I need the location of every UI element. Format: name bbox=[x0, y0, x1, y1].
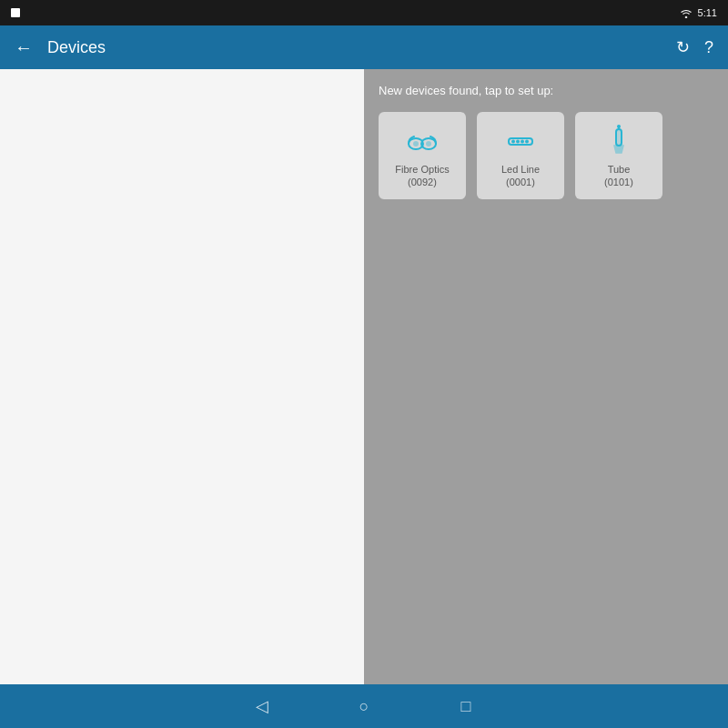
header-left: ← Devices bbox=[15, 37, 106, 58]
svg-marker-12 bbox=[614, 146, 623, 153]
svg-point-6 bbox=[511, 139, 515, 143]
page-title: Devices bbox=[47, 38, 106, 57]
svg-rect-11 bbox=[616, 129, 622, 146]
refresh-button[interactable]: ↻ bbox=[676, 37, 690, 57]
time-display: 5:11 bbox=[698, 7, 717, 18]
help-button[interactable]: ? bbox=[704, 38, 713, 57]
fibre-optics-name: Fibre Optics (0092) bbox=[395, 163, 449, 189]
main-content: New devices found, tap to set up: bbox=[0, 69, 728, 684]
led-line-icon bbox=[502, 123, 539, 159]
back-button[interactable]: ← bbox=[15, 37, 33, 58]
device-card-tube[interactable]: Tube (0101) bbox=[575, 112, 662, 199]
right-panel: New devices found, tap to set up: bbox=[364, 69, 728, 684]
device-card-led-line[interactable]: Led Line (0001) bbox=[477, 112, 564, 199]
svg-point-3 bbox=[413, 141, 419, 147]
header-right: ↻ ? bbox=[676, 37, 713, 57]
svg-point-8 bbox=[521, 139, 524, 143]
status-bar-app-icon: ■ bbox=[11, 8, 20, 17]
new-devices-label: New devices found, tap to set up: bbox=[379, 84, 713, 97]
svg-point-7 bbox=[516, 139, 520, 143]
svg-point-9 bbox=[525, 139, 529, 143]
device-card-fibre-optics[interactable]: Fibre Optics (0092) bbox=[379, 112, 466, 199]
wifi-icon bbox=[680, 7, 693, 18]
nav-recent-button[interactable]: □ bbox=[451, 692, 480, 721]
tube-name: Tube (0101) bbox=[604, 163, 633, 189]
svg-point-14 bbox=[617, 125, 621, 128]
led-line-name: Led Line (0001) bbox=[501, 163, 540, 189]
left-panel bbox=[0, 69, 364, 684]
device-cards: Fibre Optics (0092) bbox=[379, 112, 713, 199]
svg-point-4 bbox=[426, 141, 431, 147]
status-bar-left: ■ bbox=[11, 8, 20, 17]
fibre-optics-icon bbox=[404, 123, 440, 159]
nav-home-button[interactable]: ○ bbox=[349, 692, 379, 721]
status-bar: ■ 5:11 bbox=[0, 0, 728, 25]
nav-back-button[interactable]: ◁ bbox=[248, 692, 277, 721]
tablet-frame: ■ 5:11 ← Devices ↻ ? bbox=[0, 0, 728, 728]
bottom-nav: ◁ ○ □ bbox=[0, 684, 728, 728]
app-header: ← Devices ↻ ? bbox=[0, 25, 728, 69]
status-bar-right: 5:11 bbox=[680, 7, 717, 18]
tube-icon bbox=[601, 123, 637, 159]
